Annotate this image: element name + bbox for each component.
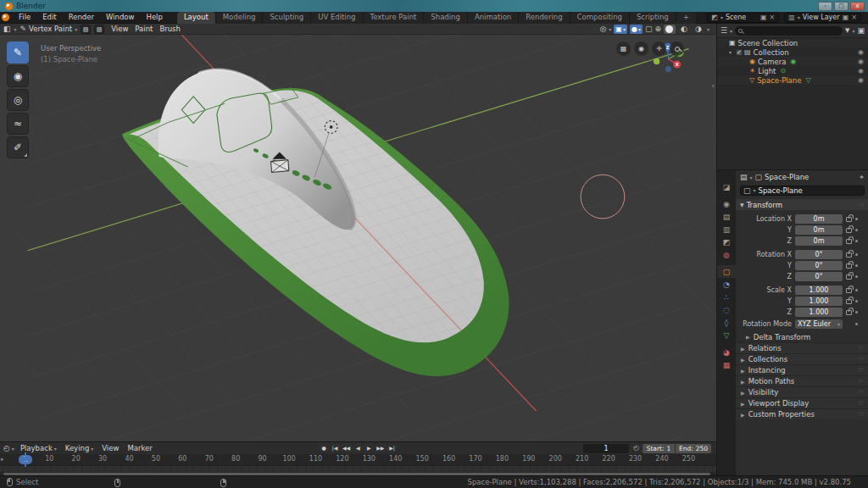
animate-decorator[interactable]	[855, 264, 858, 267]
eye-icon[interactable]: ◉	[858, 76, 864, 84]
proportional-editing-toggle[interactable]: ●▾	[630, 25, 643, 34]
expander-icon[interactable]: ▾	[729, 49, 736, 55]
editor-type-icon[interactable]: ◴	[3, 444, 10, 452]
filter-icon[interactable]: ▼	[845, 27, 849, 34]
frame-end-field[interactable]: End: 250	[676, 444, 711, 453]
workspace-tab[interactable]: Texture Paint	[364, 12, 425, 24]
transform-value-field[interactable]: 0°	[795, 261, 843, 270]
menu-item[interactable]: Help	[140, 12, 168, 23]
new-collection-icon[interactable]: ▣	[857, 26, 865, 35]
transform-value-field[interactable]: 1.000	[795, 286, 843, 295]
current-frame-field[interactable]: 1	[583, 444, 629, 453]
outliner-row[interactable]: ▣ Scene Collection ◉	[717, 38, 868, 47]
collapsed-panel-header[interactable]: ▶ Collections ∷	[736, 353, 868, 364]
workspace-tab[interactable]: Layout	[177, 12, 216, 24]
collection-checkbox[interactable]: ✓	[736, 49, 743, 56]
animate-decorator[interactable]	[855, 218, 858, 220]
editor-type-icon[interactable]: ◧	[3, 25, 11, 33]
transform-value-field[interactable]: 1.000	[795, 297, 843, 306]
properties-tab[interactable]: ▽	[717, 329, 736, 341]
tool-button[interactable]: ◎	[7, 89, 29, 111]
menu-item[interactable]: Render	[63, 12, 100, 23]
axis-neg-y[interactable]	[654, 58, 659, 64]
show-overlays-toggle[interactable]: ⊕	[654, 25, 661, 33]
lock-icon[interactable]	[846, 310, 852, 315]
properties-tab[interactable]: ◩	[717, 236, 736, 248]
object-name[interactable]: Camera	[758, 58, 786, 66]
perspective-toggle-button[interactable]: ▦	[616, 42, 631, 56]
viewport-canvas[interactable]: Z Y X ✎ ◉ ◎	[0, 35, 716, 441]
eye-icon[interactable]: ◉	[858, 67, 864, 75]
mode-dropdown[interactable]: ✎ Vertex Paint ▾	[20, 25, 78, 33]
collapsed-panel-header[interactable]: ▶ Relations ∷	[736, 342, 868, 353]
object-name[interactable]: Space-Plane	[757, 76, 801, 85]
playback-button[interactable]: ●	[319, 443, 329, 452]
properties-tab[interactable]: ▢	[717, 265, 736, 278]
animate-decorator[interactable]	[855, 323, 858, 325]
maximize-button[interactable]: □	[834, 2, 849, 11]
timeline-menu-item[interactable]: View ▾	[97, 444, 123, 452]
workspace-tab[interactable]: Sculpting	[263, 12, 311, 24]
lock-icon[interactable]	[846, 288, 852, 293]
timeline-menu-item[interactable]: Marker ▾	[123, 444, 156, 452]
space-plane-object[interactable]	[0, 35, 716, 441]
properties-tab[interactable]: ◊	[717, 316, 736, 329]
blender-menu-icon[interactable]	[2, 14, 9, 21]
editor-type-icon[interactable]: ▤	[740, 173, 748, 181]
lock-icon[interactable]	[846, 239, 852, 244]
properties-tab[interactable]: ∴	[717, 291, 736, 303]
animate-decorator[interactable]	[855, 253, 858, 256]
animate-decorator[interactable]	[855, 289, 858, 291]
properties-tab[interactable]: ▦	[717, 358, 736, 371]
eye-icon[interactable]: ◉	[858, 58, 864, 65]
axis-neg-z[interactable]	[665, 66, 671, 72]
frame-start-field[interactable]: Start: 1	[643, 444, 675, 453]
tool-button[interactable]: ◉	[7, 65, 29, 87]
viewport-menu-item[interactable]: Brush	[156, 25, 184, 33]
sidebar-collapse-arrow[interactable]: ‹	[711, 81, 715, 90]
material-preview-button[interactable]: ◐	[678, 25, 690, 34]
transform-value-field[interactable]: 0m	[795, 225, 843, 235]
transform-panel-header[interactable]: ▼ Transform ∷	[736, 199, 868, 210]
menu-item[interactable]: Window	[100, 12, 141, 23]
scene-selector[interactable]: ◩ ▾ Scene ▣ ×	[707, 13, 779, 23]
playback-button[interactable]: ▶	[364, 443, 374, 452]
timeline-menu-item[interactable]: Keying ▾	[61, 444, 97, 452]
close-button[interactable]: x	[850, 2, 865, 11]
lock-icon[interactable]	[846, 299, 852, 304]
collapsed-panel-header[interactable]: ▶ Instancing ∷	[736, 364, 868, 375]
animate-decorator[interactable]	[855, 240, 858, 242]
workspace-tab[interactable]: Animation	[468, 12, 519, 24]
remove-view-layer-icon[interactable]: ×	[851, 14, 857, 21]
lock-icon[interactable]	[846, 274, 852, 280]
workspace-tab[interactable]: Scripting	[630, 12, 676, 24]
animate-decorator[interactable]	[855, 311, 858, 313]
tool-button[interactable]: ✐	[7, 136, 29, 158]
animate-decorator[interactable]	[855, 229, 858, 231]
snapping-toggle[interactable]: ▣▾	[614, 25, 627, 34]
camera-view-button[interactable]: ◉	[634, 42, 648, 56]
collapsed-panel-header[interactable]: ▶ Custom Properties ∷	[736, 408, 868, 419]
workspace-tab[interactable]: Shading	[424, 12, 468, 24]
transform-value-field[interactable]: 1.000	[795, 308, 843, 317]
eye-icon[interactable]: ◉	[858, 48, 864, 56]
transform-value-field[interactable]: 0m	[795, 236, 843, 246]
workspace-tab[interactable]: UV Editing	[311, 12, 363, 24]
animate-decorator[interactable]	[855, 275, 858, 278]
viewport-menu-item[interactable]: View	[108, 25, 131, 33]
outliner-row[interactable]: ◉ Camera ◉ ◉	[717, 57, 868, 66]
lock-icon[interactable]	[846, 228, 852, 233]
minimize-button[interactable]: –	[818, 2, 832, 11]
object-name[interactable]: Collection	[754, 48, 789, 57]
transform-value-field[interactable]: 0m	[795, 214, 843, 224]
timeline-track[interactable]	[0, 465, 716, 472]
timeline-menu-item[interactable]: Playback ▾	[16, 444, 61, 452]
properties-tab[interactable]: ◪	[717, 180, 736, 193]
playback-button[interactable]: |◀	[330, 443, 340, 452]
transform-value-field[interactable]: 0°	[795, 250, 843, 259]
rotation-mode-dropdown[interactable]: XYZ Euler ▾	[795, 319, 843, 329]
timeline-ruler[interactable]: ▸ 10203040506070809010011012013014015016…	[0, 454, 716, 465]
properties-tab[interactable]: ▤	[717, 210, 736, 223]
solid-shading-button[interactable]	[664, 25, 676, 34]
properties-tab[interactable]: ◕	[717, 346, 736, 358]
